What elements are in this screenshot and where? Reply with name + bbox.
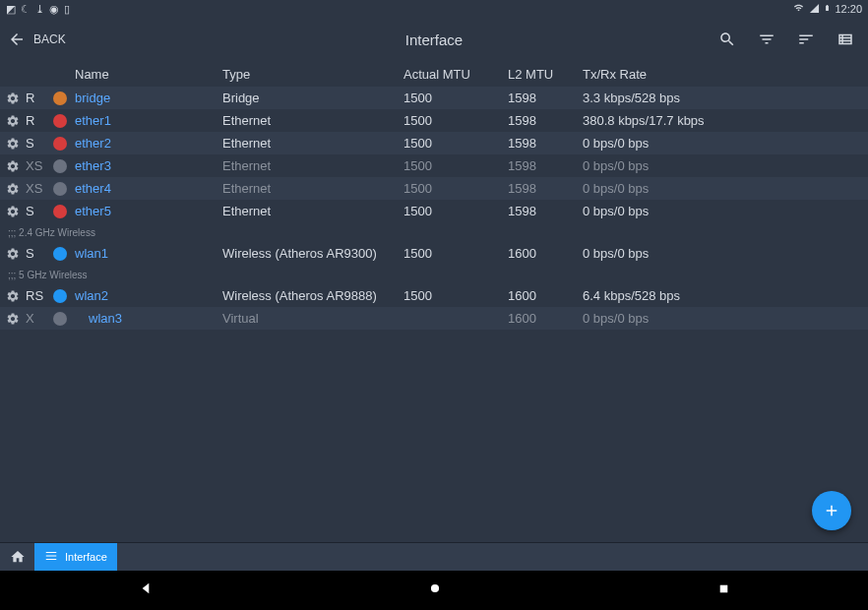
col-l2: L2 MTU bbox=[508, 67, 583, 82]
svg-rect-1 bbox=[720, 585, 728, 593]
col-rate: Tx/Rx Rate bbox=[583, 67, 868, 82]
row-l2: 1598 bbox=[508, 91, 583, 105]
tab-interface[interactable]: Interface bbox=[34, 543, 117, 571]
row-name: wlan1 bbox=[75, 246, 222, 261]
table-row[interactable]: R ether1 Ethernet 1500 1598 380.8 kbps/1… bbox=[0, 109, 868, 132]
section-24ghz: ;;; 2.4 GHz Wireless bbox=[0, 222, 868, 242]
row-rate: 0 bps/0 bps bbox=[583, 181, 868, 196]
row-name: wlan2 bbox=[75, 288, 222, 303]
gear-icon[interactable] bbox=[6, 92, 22, 105]
gear-icon[interactable] bbox=[6, 205, 22, 218]
table-row[interactable]: S ether5 Ethernet 1500 1598 0 bps/0 bps bbox=[0, 200, 868, 222]
col-name: Name bbox=[75, 67, 222, 82]
row-mtu: 1500 bbox=[403, 136, 508, 151]
tab-home[interactable] bbox=[0, 543, 34, 571]
page-title: Interface bbox=[405, 31, 463, 48]
row-mtu: 1500 bbox=[403, 246, 508, 261]
gear-icon[interactable] bbox=[6, 247, 22, 261]
row-status: R bbox=[26, 91, 53, 105]
gear-icon[interactable] bbox=[6, 114, 22, 128]
row-mtu: 1500 bbox=[403, 288, 508, 303]
table-row[interactable]: R bridge Bridge 1500 1598 3.3 kbps/528 b… bbox=[0, 87, 868, 109]
search-icon[interactable] bbox=[718, 30, 736, 48]
row-l2: 1598 bbox=[508, 181, 583, 196]
row-name: ether1 bbox=[75, 113, 222, 128]
row-l2: 1600 bbox=[508, 288, 583, 303]
gear-icon[interactable] bbox=[6, 182, 22, 196]
row-name: wlan3 bbox=[75, 311, 222, 326]
table-row[interactable]: RS wlan2 Wireless (Atheros AR9888) 1500 … bbox=[0, 284, 868, 307]
gear-icon[interactable] bbox=[6, 137, 22, 151]
view-icon[interactable] bbox=[837, 30, 854, 48]
add-button[interactable] bbox=[812, 491, 851, 530]
row-type: Wireless (Atheros AR9300) bbox=[222, 246, 403, 261]
row-status: X bbox=[26, 311, 53, 326]
moon-icon: ☾ bbox=[21, 3, 31, 16]
row-status: S bbox=[26, 136, 53, 151]
interface-icon bbox=[53, 205, 75, 218]
android-back[interactable] bbox=[138, 580, 154, 600]
interface-icon bbox=[53, 137, 75, 151]
row-rate: 0 bps/0 bps bbox=[583, 246, 868, 261]
android-status-bar: ◩ ☾ ⤓ ◉ ▯ 12:20 bbox=[0, 0, 868, 18]
table-row[interactable]: S wlan1 Wireless (Atheros AR9300) 1500 1… bbox=[0, 242, 868, 265]
bottom-tabs: Interface bbox=[0, 542, 868, 571]
table-header: Name Type Actual MTU L2 MTU Tx/Rx Rate bbox=[0, 61, 868, 87]
row-name: ether4 bbox=[75, 181, 222, 196]
signal-icon bbox=[809, 3, 820, 16]
back-label: BACK bbox=[33, 32, 66, 46]
tab-interface-label: Interface bbox=[65, 551, 107, 563]
filter-icon[interactable] bbox=[758, 30, 775, 48]
row-type: Ethernet bbox=[222, 113, 403, 128]
row-status: R bbox=[26, 113, 53, 128]
row-mtu: 1500 bbox=[403, 181, 508, 196]
table-row[interactable]: X wlan3 Virtual 1600 0 bps/0 bps bbox=[0, 307, 868, 330]
row-mtu: 1500 bbox=[403, 204, 508, 218]
battery-icon bbox=[824, 2, 831, 16]
notif-icon: ◩ bbox=[6, 3, 16, 16]
list-icon bbox=[44, 549, 58, 565]
row-rate: 380.8 kbps/17.7 kbps bbox=[583, 113, 868, 128]
android-nav-bar bbox=[0, 571, 868, 610]
android-recent[interactable] bbox=[717, 581, 730, 599]
table-row[interactable]: XS ether4 Ethernet 1500 1598 0 bps/0 bps bbox=[0, 177, 868, 200]
interface-icon bbox=[53, 312, 75, 326]
row-rate: 0 bps/0 bps bbox=[583, 136, 868, 151]
row-status: S bbox=[26, 246, 53, 261]
status-time: 12:20 bbox=[835, 3, 862, 15]
row-type: Ethernet bbox=[222, 158, 403, 173]
table-row[interactable]: XS ether3 Ethernet 1500 1598 0 bps/0 bps bbox=[0, 154, 868, 177]
row-name: ether2 bbox=[75, 136, 222, 151]
row-mtu: 1500 bbox=[403, 91, 508, 105]
row-type: Virtual bbox=[222, 311, 403, 326]
android-home[interactable] bbox=[428, 581, 442, 599]
table-row[interactable]: S ether2 Ethernet 1500 1598 0 bps/0 bps bbox=[0, 132, 868, 154]
row-l2: 1598 bbox=[508, 113, 583, 128]
row-status: XS bbox=[26, 181, 53, 196]
back-button[interactable]: BACK bbox=[8, 30, 66, 48]
section-5ghz: ;;; 5 GHz Wireless bbox=[0, 265, 868, 284]
gear-icon[interactable] bbox=[6, 159, 22, 173]
row-rate: 0 bps/0 bps bbox=[583, 311, 868, 326]
interface-icon bbox=[53, 92, 75, 105]
gear-icon[interactable] bbox=[6, 312, 22, 326]
row-name: ether5 bbox=[75, 204, 222, 218]
interface-icon bbox=[53, 182, 75, 196]
row-mtu: 1500 bbox=[403, 158, 508, 173]
doc-icon: ▯ bbox=[64, 3, 70, 16]
gear-icon[interactable] bbox=[6, 289, 22, 303]
row-l2: 1598 bbox=[508, 204, 583, 218]
row-l2: 1600 bbox=[508, 311, 583, 326]
row-rate: 6.4 kbps/528 bps bbox=[583, 288, 868, 303]
interface-icon bbox=[53, 247, 75, 261]
col-mtu: Actual MTU bbox=[403, 67, 508, 82]
row-rate: 0 bps/0 bps bbox=[583, 158, 868, 173]
row-type: Ethernet bbox=[222, 136, 403, 151]
sort-icon[interactable] bbox=[797, 30, 815, 48]
row-rate: 0 bps/0 bps bbox=[583, 204, 868, 218]
row-l2: 1600 bbox=[508, 246, 583, 261]
row-type: Bridge bbox=[222, 91, 403, 105]
col-type: Type bbox=[222, 67, 403, 82]
row-l2: 1598 bbox=[508, 136, 583, 151]
svg-point-0 bbox=[431, 584, 439, 592]
